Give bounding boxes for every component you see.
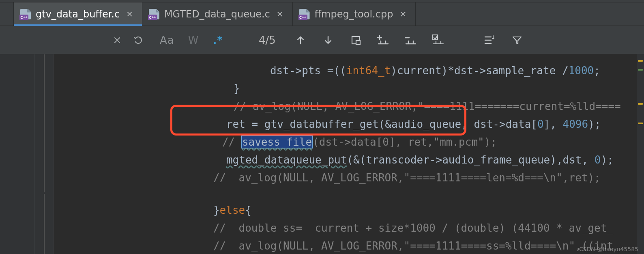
tab-mgted-data-queue[interactable]: C++ MGTED_data_queue.c ✕ <box>142 2 293 26</box>
tab-label: ffmpeg_tool.cpp <box>315 9 393 20</box>
select-all-icon[interactable] <box>350 34 362 46</box>
close-icon[interactable] <box>111 34 123 46</box>
code-comment: // av_log(NULL, AV_LOG_ERROR,"====1111==… <box>213 240 613 252</box>
code-editor[interactable]: dst->pts =((int64_t)current)*dst->sample… <box>0 54 644 254</box>
remove-selection-icon[interactable] <box>405 34 417 46</box>
filter-icon[interactable] <box>511 34 523 46</box>
find-actions <box>287 34 530 46</box>
overview-ruler[interactable] <box>637 54 644 254</box>
show-list-icon[interactable] <box>483 34 496 46</box>
tab-lead-spacer <box>0 2 14 26</box>
regex-toggle[interactable]: .* <box>213 34 223 46</box>
whole-word-toggle[interactable]: W <box>188 34 199 46</box>
close-icon[interactable]: ✕ <box>399 9 406 19</box>
gutter <box>0 54 35 254</box>
arrow-up-icon[interactable] <box>294 34 307 46</box>
cpp-file-icon: C++ <box>299 9 310 19</box>
history-icon[interactable] <box>132 34 144 46</box>
select-occurrences-icon[interactable] <box>432 34 444 46</box>
fold-column <box>35 54 54 254</box>
tab-ffmpeg-tool[interactable]: C++ ffmpeg_tool.cpp ✕ <box>293 2 416 26</box>
tab-label: MGTED_data_queue.c <box>164 9 270 20</box>
find-options: Aa W .* <box>152 26 231 54</box>
add-selection-icon[interactable] <box>377 34 389 46</box>
find-input-area[interactable] <box>14 26 152 54</box>
find-lead-spacer <box>0 26 14 54</box>
match-count: 4/5 <box>247 34 287 46</box>
cpp-file-icon: C++ <box>20 9 31 19</box>
watermark: CSDN @baoyu45585 <box>579 246 638 252</box>
tab-label: gtv_data_buffer.c <box>36 9 120 20</box>
tab-gtv-data-buffer[interactable]: C++ gtv_data_buffer.c ✕ <box>14 2 142 26</box>
close-icon[interactable]: ✕ <box>277 9 283 19</box>
match-case-toggle[interactable]: Aa <box>160 34 174 46</box>
svg-rect-1 <box>356 41 360 45</box>
find-bar: Aa W .* 4/5 <box>0 26 644 54</box>
close-icon[interactable]: ✕ <box>126 9 133 19</box>
cpp-file-icon: C++ <box>149 9 159 19</box>
code-content[interactable]: dst->pts =((int64_t)current)*dst->sample… <box>54 54 644 254</box>
tab-bar: C++ gtv_data_buffer.c ✕ C++ MGTED_data_q… <box>0 2 644 26</box>
arrow-down-icon[interactable] <box>322 34 334 46</box>
